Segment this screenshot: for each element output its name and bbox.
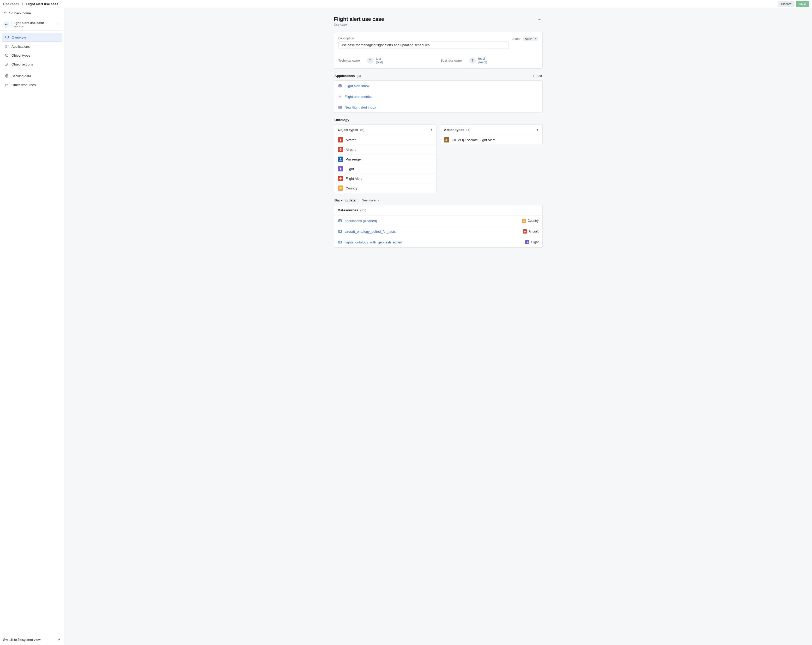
sidebar-item-backing-data[interactable]: Backing data xyxy=(2,72,62,80)
svg-rect-8 xyxy=(5,47,6,48)
object-type-item[interactable]: Passenger xyxy=(334,154,436,164)
business-owner-block: Business owner T test2 (test2) xyxy=(436,57,538,64)
applications-count: (3) xyxy=(357,74,361,78)
go-back-home[interactable]: Go back home xyxy=(0,8,64,18)
sidebar-item-applications[interactable]: Applications xyxy=(2,42,62,50)
save-button[interactable]: Save xyxy=(796,1,809,7)
action-type-name: [DEMO] Escalate Flight Alert xyxy=(452,138,495,142)
technical-owner-block: Technical owner T test (test) xyxy=(339,57,436,64)
airplane-icon xyxy=(338,176,343,181)
project-subtitle: Use case xyxy=(11,25,44,28)
object-type-name: Flight xyxy=(346,167,354,171)
business-owner-label: Business owner xyxy=(441,59,464,63)
add-label: Add xyxy=(536,74,542,78)
technical-owner-label: Technical owner xyxy=(339,59,362,63)
object-type-name: Airport xyxy=(346,148,356,151)
object-type-name: Country xyxy=(346,186,358,190)
action-types-header[interactable]: Action types (1) xyxy=(440,125,542,135)
arrow-right-icon xyxy=(57,637,61,642)
description-input[interactable] xyxy=(339,41,509,49)
datasource-row[interactable]: populations (cleaned) Country xyxy=(334,216,542,226)
datasource-row[interactable]: aircraft_ontology_edited_for_tests Aircr… xyxy=(334,226,542,237)
discard-button[interactable]: Discard xyxy=(778,1,795,7)
svg-point-9 xyxy=(6,75,8,76)
status-label: Status xyxy=(512,37,521,41)
add-application-button[interactable]: Add xyxy=(532,74,542,78)
topbar-actions: Discard Save xyxy=(778,1,809,7)
sidebar-item-label: Overview xyxy=(12,35,26,40)
svg-point-16 xyxy=(340,158,341,159)
object-type-name: Passenger xyxy=(346,157,362,161)
breadcrumb-root[interactable]: Use cases xyxy=(3,2,19,6)
object-type-item[interactable]: Flight Alert xyxy=(334,174,436,183)
project-header: Flight alert use case Use case xyxy=(0,18,64,31)
svg-point-12 xyxy=(540,19,541,20)
go-back-label: Go back home xyxy=(9,11,31,15)
svg-rect-15 xyxy=(339,106,341,109)
object-type-item[interactable]: Flight xyxy=(334,164,436,174)
status-selector[interactable]: Active xyxy=(524,37,538,41)
page-more-menu[interactable] xyxy=(536,16,543,23)
object-types-header[interactable]: Object types (6) xyxy=(334,125,436,135)
business-owner-name[interactable]: test2 xyxy=(478,57,487,61)
cube-icon xyxy=(5,53,9,57)
applications-title: Applications xyxy=(334,74,355,78)
svg-point-2 xyxy=(56,24,57,24)
more-menu-button[interactable] xyxy=(55,21,61,28)
object-type-name: Flight Alert xyxy=(346,177,362,180)
database-icon xyxy=(5,74,9,78)
application-row[interactable]: Flight alert metrics xyxy=(334,91,542,102)
svg-rect-13 xyxy=(339,84,341,87)
object-type-item[interactable]: Aircraft xyxy=(334,135,436,145)
caret-down-icon xyxy=(534,38,537,40)
grid-icon xyxy=(338,105,342,109)
edit-icon xyxy=(444,137,449,142)
main: Flight alert use case Use case Descripti… xyxy=(64,8,812,645)
arrow-left-icon xyxy=(3,11,7,15)
project-title: Flight alert use case xyxy=(11,21,44,25)
datasources-title: Datasources xyxy=(338,208,358,212)
sidebar-item-overview[interactable]: Overview xyxy=(2,33,62,42)
topbar: Use cases Flight alert use case Discard … xyxy=(0,0,812,8)
technical-owner-name[interactable]: test xyxy=(376,57,383,61)
application-row[interactable]: Flight alert inbox xyxy=(334,81,542,91)
svg-rect-18 xyxy=(339,220,341,222)
description-card: Description Status Active xyxy=(334,32,543,69)
sidebar-item-label: Backing data xyxy=(11,74,31,78)
airplane-icon xyxy=(338,137,343,142)
page-title: Flight alert use case xyxy=(334,16,384,22)
action-types-count: (1) xyxy=(466,128,470,132)
status-value: Active xyxy=(525,37,534,41)
sidebar-item-other-resources[interactable]: Other resources xyxy=(2,81,62,89)
object-type-item[interactable]: Country xyxy=(334,183,436,193)
dataset-icon xyxy=(338,219,342,223)
sidebar-item-object-actions[interactable]: Object actions xyxy=(2,60,62,68)
document-icon xyxy=(338,95,342,99)
svg-point-3 xyxy=(58,24,58,24)
object-types-panel: Object types (6) Aircraft xyxy=(334,124,437,193)
applications-list: Flight alert inbox Flight alert metrics … xyxy=(334,80,543,113)
sidebar: Go back home Flight alert use case Use c… xyxy=(0,8,64,645)
applications-icon xyxy=(5,44,9,49)
action-type-item[interactable]: [DEMO] Escalate Flight Alert xyxy=(440,135,542,145)
object-type-item[interactable]: Airport xyxy=(334,145,436,154)
sidebar-item-object-types[interactable]: Object types xyxy=(2,51,62,60)
object-type-name: Aircraft xyxy=(346,138,356,142)
see-more-link[interactable]: See more xyxy=(359,199,380,202)
datasource-tag: Country xyxy=(528,219,539,223)
svg-point-11 xyxy=(539,19,540,20)
application-row[interactable]: New flight alert inbox xyxy=(334,102,542,112)
project-icon xyxy=(3,21,9,28)
datasources-header: Datasources (11) xyxy=(334,205,542,216)
sidebar-item-label: Applications xyxy=(11,44,30,49)
location-pin-icon xyxy=(338,147,343,152)
datasource-row[interactable]: flights_ontology_with_geohash_edited Fli… xyxy=(334,237,542,248)
action-types-panel: Action types (1) [DEMO] xyxy=(440,124,543,145)
object-types-count: (6) xyxy=(360,128,364,132)
breadcrumb: Use cases Flight alert use case xyxy=(3,2,58,6)
datasource-tag: Flight xyxy=(531,240,539,244)
switch-filesystem-view[interactable]: Switch to filesystem view xyxy=(0,634,64,645)
person-icon xyxy=(338,157,343,162)
datasource-name: aircraft_ontology_edited_for_tests xyxy=(345,229,396,234)
globe-icon xyxy=(522,219,526,223)
